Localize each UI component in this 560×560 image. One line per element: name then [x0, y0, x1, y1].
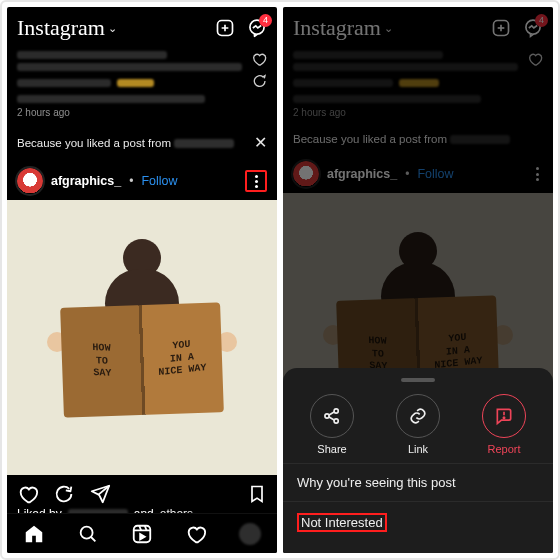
follow-button[interactable]: Follow [417, 167, 453, 181]
close-icon[interactable]: ✕ [254, 133, 267, 152]
post-actions [7, 475, 277, 507]
messenger-icon[interactable]: 4 [247, 18, 267, 38]
suggestion-banner: Because you liked a post from ✕ [7, 122, 277, 162]
more-options-button[interactable] [532, 163, 543, 185]
follow-button[interactable]: Follow [141, 174, 177, 188]
like-icon[interactable] [17, 483, 39, 505]
separator-dot: • [129, 174, 133, 188]
svg-rect-6 [134, 525, 151, 542]
post-username[interactable]: afgraphics_ [327, 167, 397, 181]
more-options-button[interactable] [245, 170, 267, 192]
post-image[interactable]: HOW TO SAY YOU IN A NICE WAY [7, 200, 277, 475]
reels-icon[interactable] [131, 523, 153, 545]
app-logo-dropdown[interactable]: Instagram ⌄ [293, 15, 393, 41]
chevron-down-icon: ⌄ [108, 22, 117, 35]
home-icon[interactable] [23, 523, 45, 545]
save-icon[interactable] [247, 483, 267, 505]
svg-line-18 [329, 417, 335, 420]
new-post-icon[interactable] [491, 18, 511, 38]
like-icon[interactable] [527, 51, 543, 67]
sheet-not-interested-option[interactable]: Not Interested [283, 501, 553, 543]
sheet-report[interactable]: Report [482, 394, 526, 455]
profile-icon[interactable] [239, 523, 261, 545]
illustration-book: HOW TO SAY YOU IN A NICE WAY [60, 302, 224, 418]
report-icon [482, 394, 526, 438]
comment-icon[interactable] [251, 73, 267, 89]
svg-line-5 [91, 536, 96, 541]
separator-dot: • [405, 167, 409, 181]
screenshot-right: Instagram ⌄ 4 2 hours ago [283, 7, 553, 553]
share-icon[interactable] [89, 483, 111, 505]
app-logo-text: Instagram [17, 15, 105, 41]
sheet-link-label: Link [408, 443, 428, 455]
sheet-share[interactable]: Share [310, 394, 354, 455]
prev-post-timestamp: 2 hours ago [293, 107, 543, 118]
action-sheet: Share Link Report Why you're seeing this… [283, 368, 553, 553]
dm-badge: 4 [259, 14, 272, 27]
screenshot-left: Instagram ⌄ 4 [7, 7, 277, 553]
dm-badge: 4 [535, 14, 548, 27]
book-text-left: HOW TO SAY [64, 311, 140, 411]
messenger-icon[interactable]: 4 [523, 18, 543, 38]
app-logo-text: Instagram [293, 15, 381, 41]
avatar[interactable] [17, 168, 43, 194]
svg-line-17 [329, 412, 335, 415]
like-icon[interactable] [251, 51, 267, 67]
not-interested-label: Not Interested [297, 513, 387, 532]
sheet-link[interactable]: Link [396, 394, 440, 455]
more-options-icon [255, 175, 258, 188]
book-text-right: YOU IN A NICE WAY [144, 306, 219, 411]
link-icon [396, 394, 440, 438]
top-bar: Instagram ⌄ 4 [7, 7, 277, 45]
chevron-down-icon: ⌄ [384, 22, 393, 35]
post-username[interactable]: afgraphics_ [51, 174, 121, 188]
prev-post-timestamp: 2 hours ago [17, 107, 267, 118]
avatar[interactable] [293, 161, 319, 187]
sheet-why-option[interactable]: Why you're seeing this post [283, 463, 553, 501]
previous-post-blurred: 2 hours ago [283, 45, 553, 122]
activity-icon[interactable] [185, 523, 207, 545]
suggestion-prefix: Because you liked a post from [293, 133, 450, 145]
suggestion-user-blurred [174, 139, 234, 148]
bottom-nav [7, 513, 277, 553]
post-header: afgraphics_ • Follow [283, 155, 553, 193]
sheet-report-label: Report [487, 443, 520, 455]
top-bar: Instagram ⌄ 4 [283, 7, 553, 45]
new-post-icon[interactable] [215, 18, 235, 38]
previous-post-blurred: 2 hours ago [7, 45, 277, 122]
comment-icon[interactable] [53, 483, 75, 505]
search-icon[interactable] [77, 523, 99, 545]
share-icon [310, 394, 354, 438]
sheet-handle[interactable] [401, 378, 435, 382]
suggestion-user-blurred [450, 135, 510, 144]
suggestion-banner: Because you liked a post from [283, 122, 553, 155]
svg-point-20 [503, 417, 504, 418]
suggestion-prefix: Because you liked a post from [17, 137, 174, 149]
post-header: afgraphics_ • Follow [7, 162, 277, 200]
app-logo-dropdown[interactable]: Instagram ⌄ [17, 15, 117, 41]
sheet-share-label: Share [317, 443, 346, 455]
